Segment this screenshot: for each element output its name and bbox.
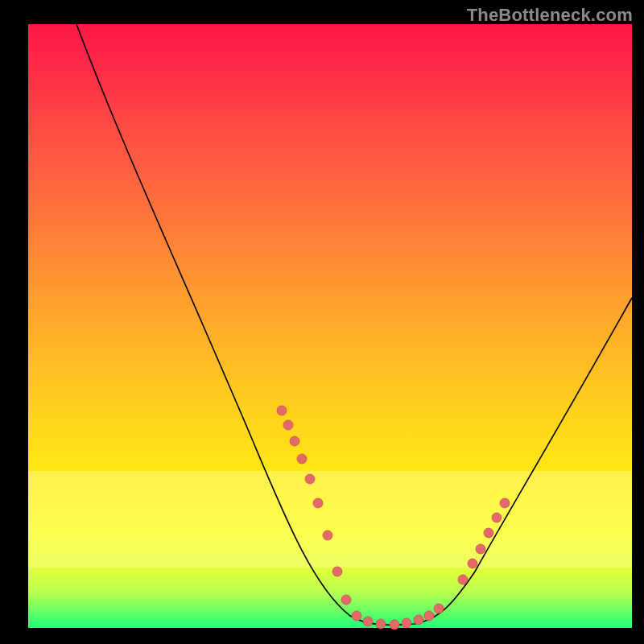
marker-point	[484, 528, 493, 538]
marker-point	[458, 575, 468, 584]
plot-area	[28, 24, 632, 628]
chart-svg	[28, 24, 632, 628]
marker-point	[434, 604, 444, 613]
marker-point	[402, 618, 411, 628]
marker-point	[500, 498, 510, 508]
marker-point	[492, 513, 502, 522]
marker-point	[283, 420, 293, 430]
marker-point	[277, 406, 287, 415]
marker-point	[297, 454, 307, 464]
marker-point	[414, 615, 423, 625]
marker-point	[352, 611, 361, 621]
marker-point	[323, 530, 332, 540]
marker-group	[277, 406, 510, 630]
marker-point	[476, 544, 485, 554]
marker-point	[424, 611, 434, 621]
marker-point	[305, 474, 315, 484]
marker-point	[290, 436, 299, 446]
bottleneck-curve	[76, 24, 632, 625]
marker-point	[313, 498, 323, 508]
marker-point	[390, 620, 399, 630]
watermark-text: TheBottleneck.com	[467, 5, 633, 26]
marker-point	[332, 567, 342, 576]
marker-point	[363, 617, 373, 626]
marker-point	[341, 595, 351, 605]
marker-point	[376, 619, 386, 629]
marker-point	[468, 559, 477, 568]
